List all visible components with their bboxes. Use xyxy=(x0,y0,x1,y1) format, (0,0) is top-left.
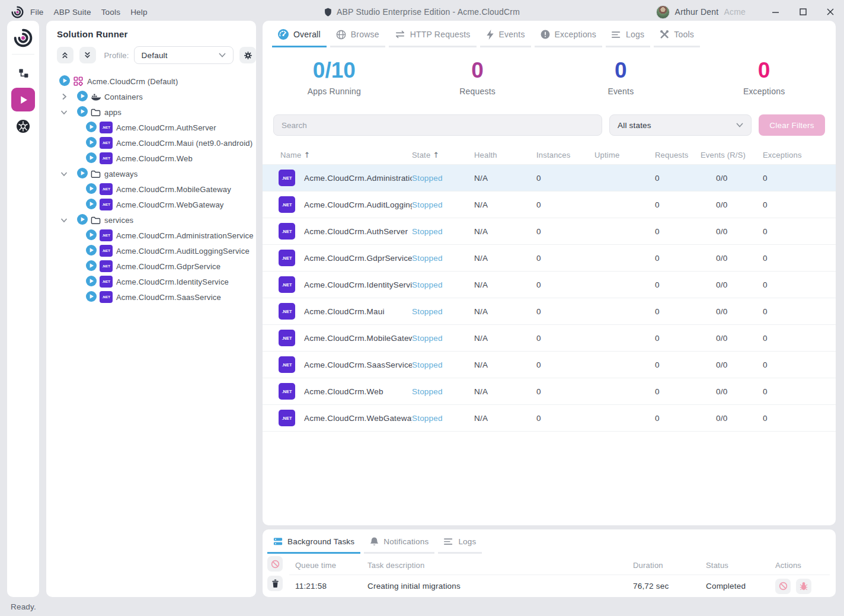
cancel-all-tasks-button[interactable] xyxy=(267,556,283,572)
tree-item[interactable]: Acme.CloudCrm (Default) xyxy=(46,74,256,89)
column-header-uptime[interactable]: Uptime xyxy=(594,151,655,159)
menu-item-abp-suite[interactable]: ABP Suite xyxy=(54,8,91,17)
solution-tree: Acme.CloudCrm (Default) Containers apps … xyxy=(46,74,256,305)
cancel-task-button[interactable] xyxy=(775,579,791,594)
play-button[interactable] xyxy=(86,260,97,273)
tree-item[interactable]: services xyxy=(46,212,256,228)
close-button[interactable] xyxy=(817,0,844,24)
tab-notifications[interactable]: Notifications xyxy=(364,534,434,554)
play-button[interactable] xyxy=(77,106,88,119)
play-button[interactable] xyxy=(77,214,88,226)
play-button[interactable] xyxy=(86,245,97,257)
play-button[interactable] xyxy=(86,152,97,165)
tree-item[interactable]: .NETAcme.CloudCrm.Web xyxy=(46,151,256,166)
tree-item[interactable]: Containers xyxy=(46,89,256,104)
cell-exceptions: 0 xyxy=(763,307,836,316)
tab-logs[interactable]: Logs xyxy=(606,27,650,47)
play-button[interactable] xyxy=(86,183,97,196)
cell-events: 0/0 xyxy=(701,200,763,209)
table-row[interactable]: .NET Acme.CloudCrm.AdministrationService… xyxy=(263,165,836,191)
clear-tasks-button[interactable] xyxy=(267,576,283,591)
clear-filters-button[interactable]: Clear Filters xyxy=(759,114,825,136)
chevron-down-icon[interactable] xyxy=(59,110,69,115)
applications-table-body: .NET Acme.CloudCrm.AdministrationService… xyxy=(263,164,836,432)
menu-item-file[interactable]: File xyxy=(30,8,44,17)
tree-item[interactable]: .NETAcme.CloudCrm.IdentityService xyxy=(46,274,256,289)
dotnet-badge: .NET xyxy=(100,199,113,210)
status-bar: Ready. xyxy=(0,597,844,616)
user-avatar[interactable] xyxy=(656,5,670,19)
tree-item[interactable]: .NETAcme.CloudCrm.WebGateway xyxy=(46,197,256,212)
tree-item[interactable]: .NETAcme.CloudCrm.AuditLoggingService xyxy=(46,243,256,258)
table-row[interactable]: .NET Acme.CloudCrm.IdentityService Stopp… xyxy=(263,272,836,298)
table-row[interactable]: .NET Acme.CloudCrm.AuditLoggingService S… xyxy=(263,191,836,218)
tab-label: Logs xyxy=(458,537,476,546)
play-button[interactable] xyxy=(77,91,88,103)
table-row[interactable]: .NET Acme.CloudCrm.Web Stopped N/A 0 0 0… xyxy=(263,378,836,405)
cell-events: 0/0 xyxy=(701,414,763,423)
search-input[interactable] xyxy=(273,114,602,136)
runner-settings-button[interactable] xyxy=(239,47,256,63)
profile-dropdown[interactable]: Default xyxy=(134,46,234,64)
collapse-all-button[interactable] xyxy=(57,47,73,63)
column-header-state[interactable]: State↑ xyxy=(412,151,474,159)
tab-overall[interactable]: Overall xyxy=(272,27,327,47)
play-button[interactable] xyxy=(86,122,97,134)
chevron-down-icon[interactable] xyxy=(59,171,69,177)
debug-task-button[interactable] xyxy=(796,579,811,594)
play-button[interactable] xyxy=(86,137,97,149)
table-row[interactable]: .NET Acme.CloudCrm.WebGateway Stopped N/… xyxy=(263,405,836,432)
stat-label: Events xyxy=(549,87,693,96)
chevron-right-icon[interactable] xyxy=(59,93,69,100)
column-header-instances[interactable]: Instances xyxy=(536,151,594,159)
tab-logs[interactable]: Logs xyxy=(438,534,482,554)
play-button[interactable] xyxy=(86,229,97,242)
table-row[interactable]: .NET Acme.CloudCrm.MobileGateway Stopped… xyxy=(263,325,836,352)
user-name[interactable]: Arthur Dent xyxy=(675,7,719,17)
tree-item[interactable]: apps xyxy=(46,104,256,120)
expand-all-button[interactable] xyxy=(79,47,96,63)
tree-item[interactable]: .NETAcme.CloudCrm.MobileGateway xyxy=(46,181,256,197)
tab-background-tasks[interactable]: Background Tasks xyxy=(267,534,360,554)
column-header-exceptions[interactable]: Exceptions xyxy=(763,151,836,159)
play-button[interactable] xyxy=(77,168,88,180)
table-row[interactable]: .NET Acme.CloudCrm.SaasService Stopped N… xyxy=(263,352,836,378)
cell-instances: 0 xyxy=(536,227,594,236)
column-header-health[interactable]: Health xyxy=(474,151,536,159)
play-button[interactable] xyxy=(86,199,97,211)
table-row[interactable]: .NET Acme.CloudCrm.GdprService Stopped N… xyxy=(263,245,836,272)
tab-events[interactable]: Events xyxy=(480,27,531,47)
column-header-name[interactable]: Name↑ xyxy=(280,151,412,159)
tree-item[interactable]: .NETAcme.CloudCrm.AdministrationService xyxy=(46,228,256,243)
kubernetes-button[interactable] xyxy=(11,116,35,136)
play-button[interactable] xyxy=(86,276,97,288)
tree-item[interactable]: .NETAcme.CloudCrm.SaasService xyxy=(46,289,256,305)
state-filter-dropdown[interactable]: All states xyxy=(609,114,752,136)
tab-exceptions[interactable]: Exceptions xyxy=(535,27,602,47)
tab-browse[interactable]: Browse xyxy=(330,27,385,47)
tree-item[interactable]: .NETAcme.CloudCrm.AuthServer xyxy=(46,120,256,135)
tree-item[interactable]: gateways xyxy=(46,166,256,181)
solution-runner-button[interactable] xyxy=(11,88,35,111)
task-row[interactable]: 11:21:58 Creating initial migrations 76,… xyxy=(289,575,830,597)
column-header-events-r-s-[interactable]: Events (R/S) xyxy=(701,151,763,159)
minimize-button[interactable] xyxy=(762,0,789,24)
table-row[interactable]: .NET Acme.CloudCrm.Maui Stopped N/A 0 0 … xyxy=(263,298,836,325)
table-row[interactable]: .NET Acme.CloudCrm.AuthServer Stopped N/… xyxy=(263,218,836,245)
abp-studio-logo-icon[interactable] xyxy=(13,28,33,48)
cell-health: N/A xyxy=(474,360,536,369)
tree-item[interactable]: .NETAcme.CloudCrm.Maui (net9.0-android) xyxy=(46,135,256,151)
column-header-requests[interactable]: Requests xyxy=(655,151,701,159)
play-button[interactable] xyxy=(86,291,97,304)
menu-item-help[interactable]: Help xyxy=(130,8,148,17)
tab-tools[interactable]: Tools xyxy=(654,27,700,47)
tree-item[interactable]: .NETAcme.CloudCrm.GdprService xyxy=(46,258,256,274)
menu-item-tools[interactable]: Tools xyxy=(101,8,121,17)
chevron-down-icon[interactable] xyxy=(59,218,69,223)
maximize-button[interactable] xyxy=(789,0,817,24)
solution-explorer-button[interactable] xyxy=(11,63,35,83)
task-toolbar xyxy=(267,556,283,591)
tab-http-requests[interactable]: HTTP Requests xyxy=(389,27,477,47)
play-button[interactable] xyxy=(59,75,70,88)
cell-actions xyxy=(775,579,830,594)
